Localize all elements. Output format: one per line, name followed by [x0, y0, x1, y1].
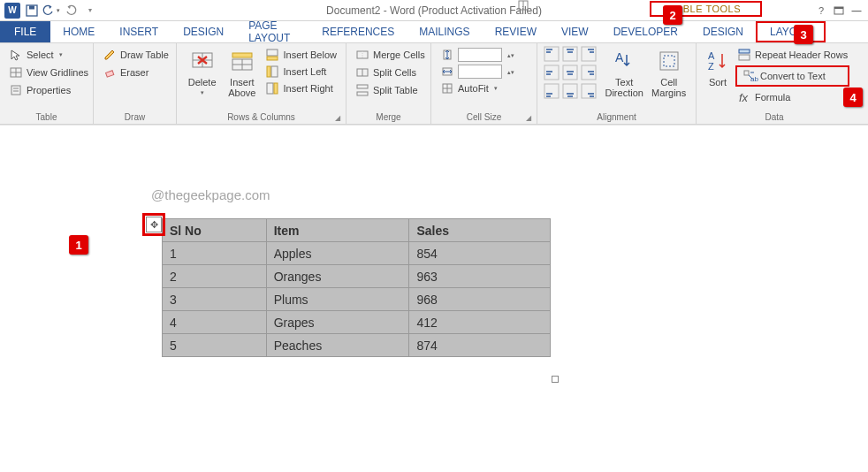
table-row[interactable]: 4Grapes412	[163, 311, 551, 334]
table-cell[interactable]: 2	[163, 265, 267, 288]
eraser-button[interactable]: Eraser	[101, 65, 150, 80]
merge-cells-button[interactable]: Merge Cells	[354, 47, 427, 63]
insert-right-icon	[265, 81, 279, 95]
align-bot-left-icon[interactable]	[544, 84, 559, 98]
save-icon[interactable]	[23, 2, 41, 19]
table-resize-handle-icon[interactable]	[552, 376, 559, 383]
insert-below-button[interactable]: Insert Below	[263, 47, 339, 63]
svg-rect-71	[739, 49, 750, 53]
repeat-header-rows-button[interactable]: Repeat Header Rows	[735, 47, 849, 63]
view-gridlines-button[interactable]: View Gridlines	[7, 65, 90, 80]
document-table[interactable]: Sl No Item Sales 1Apples8542Oranges9633P…	[162, 218, 551, 357]
callout-3: 3	[794, 25, 813, 44]
table-move-handle-icon[interactable]: ✥	[146, 217, 162, 232]
tab-references[interactable]: REFERENCES	[309, 21, 407, 42]
tab-view[interactable]: VIEW	[549, 21, 601, 42]
insert-above-button[interactable]: Insert Above	[224, 47, 260, 98]
help-icon[interactable]: ?	[813, 3, 829, 19]
dialog-launcher-icon[interactable]: ◢	[335, 114, 340, 122]
table-header[interactable]: Item	[266, 219, 409, 242]
page: @thegeekpage.com ✥ Sl No Item Sales 1App…	[54, 143, 814, 357]
svg-text:A: A	[615, 50, 624, 65]
table-cell[interactable]: 3	[163, 288, 267, 311]
minimize-icon[interactable]: —	[849, 3, 864, 19]
insert-right-button[interactable]: Insert Right	[263, 80, 339, 96]
table-cell[interactable]: 874	[409, 334, 551, 357]
group-draw: Draw Table Eraser Draw	[94, 43, 177, 124]
tab-page-layout[interactable]: PAGE LAYOUT	[236, 21, 309, 42]
insert-left-button[interactable]: Insert Left	[263, 64, 339, 80]
align-bot-center-icon[interactable]	[563, 84, 577, 98]
tab-home[interactable]: HOME	[50, 21, 107, 42]
table-row[interactable]: 5Peaches874	[163, 334, 551, 357]
table-header[interactable]: Sales	[409, 219, 551, 242]
align-mid-right-icon[interactable]	[582, 65, 596, 80]
table-cell[interactable]: Peaches	[266, 334, 409, 357]
svg-text:fx: fx	[739, 91, 749, 104]
sort-button[interactable]: AZ Sort	[704, 47, 732, 88]
svg-rect-7	[11, 86, 20, 95]
svg-text:Z: Z	[708, 61, 714, 72]
repeat-header-icon	[737, 48, 751, 62]
distribute-cols-icon[interactable]	[516, 0, 530, 12]
tab-table-layout[interactable]: LAYOUT	[756, 21, 826, 42]
table-cell[interactable]: 1	[163, 242, 267, 265]
table-header[interactable]: Sl No	[163, 219, 267, 242]
table-cell[interactable]: Apples	[266, 242, 409, 265]
split-table-button[interactable]: Split Table	[354, 82, 420, 98]
text-direction-button[interactable]: A Text Direction	[603, 47, 645, 98]
undo-icon[interactable]: ▾	[42, 2, 60, 19]
cursor-icon	[9, 48, 23, 62]
table-cell[interactable]: 854	[409, 242, 551, 265]
formula-button[interactable]: fxFormula	[735, 89, 849, 105]
align-top-center-icon[interactable]	[563, 47, 577, 61]
alignment-grid[interactable]	[544, 47, 599, 102]
align-mid-center-icon[interactable]	[563, 65, 577, 80]
align-top-left-icon[interactable]	[544, 47, 559, 61]
tab-mailings[interactable]: MAILINGS	[407, 21, 482, 42]
table-row[interactable]: 1Apples854	[163, 242, 551, 265]
split-cells-button[interactable]: Split Cells	[354, 65, 418, 80]
align-bot-right-icon[interactable]	[582, 84, 596, 98]
table-cell[interactable]: 968	[409, 288, 551, 311]
table-cell[interactable]: 963	[409, 265, 551, 288]
align-top-right-icon[interactable]	[582, 47, 596, 61]
table-cell[interactable]: 4	[163, 311, 267, 334]
autofit-button[interactable]: AutoFit▾	[438, 80, 499, 96]
table-row[interactable]: 3Plums968	[163, 288, 551, 311]
svg-rect-3	[834, 7, 843, 9]
tab-design[interactable]: DESIGN	[171, 21, 236, 42]
tab-review[interactable]: REVIEW	[483, 21, 549, 42]
height-input[interactable]: ▴▾	[438, 47, 516, 63]
width-input[interactable]: ▴▾	[438, 64, 516, 80]
tab-table-design[interactable]: DESIGN	[690, 21, 756, 42]
table-cell[interactable]: Grapes	[266, 311, 409, 334]
table-header-row[interactable]: Sl No Item Sales	[163, 219, 551, 242]
split-table-icon	[355, 83, 369, 97]
qat-customize-icon[interactable]: ▾	[81, 2, 99, 19]
table-cell[interactable]: Oranges	[266, 265, 409, 288]
draw-table-button[interactable]: Draw Table	[101, 47, 171, 63]
convert-to-text-button[interactable]: abConvert to Text	[735, 65, 849, 87]
align-mid-left-icon[interactable]	[544, 65, 559, 80]
group-rows-columns: Delete▾ Insert Above Insert Below Insert…	[177, 43, 346, 124]
select-button[interactable]: Select▾	[7, 47, 65, 63]
table-cell[interactable]: 5	[163, 334, 267, 357]
ribbon-display-icon[interactable]	[831, 3, 847, 19]
properties-button[interactable]: Properties	[7, 82, 72, 98]
delete-button[interactable]: Delete▾	[184, 47, 220, 96]
redo-icon[interactable]	[62, 2, 80, 19]
group-merge: Merge Cells Split Cells Split Table Merg…	[346, 43, 431, 124]
table-cell[interactable]: Plums	[266, 288, 409, 311]
insert-above-icon	[228, 47, 256, 75]
callout-1: 1	[69, 235, 88, 255]
table-cell[interactable]: 412	[409, 311, 551, 334]
table-row[interactable]: 2Oranges963	[163, 265, 551, 288]
tab-file[interactable]: FILE	[0, 21, 50, 42]
cell-margins-button[interactable]: Cell Margins	[649, 47, 689, 98]
dialog-launcher-icon[interactable]: ◢	[526, 114, 531, 122]
app-word-icon[interactable]: W	[4, 2, 21, 19]
properties-icon	[9, 83, 23, 97]
tab-insert[interactable]: INSERT	[107, 21, 171, 42]
group-label-cell-size: Cell Size◢	[438, 111, 529, 122]
